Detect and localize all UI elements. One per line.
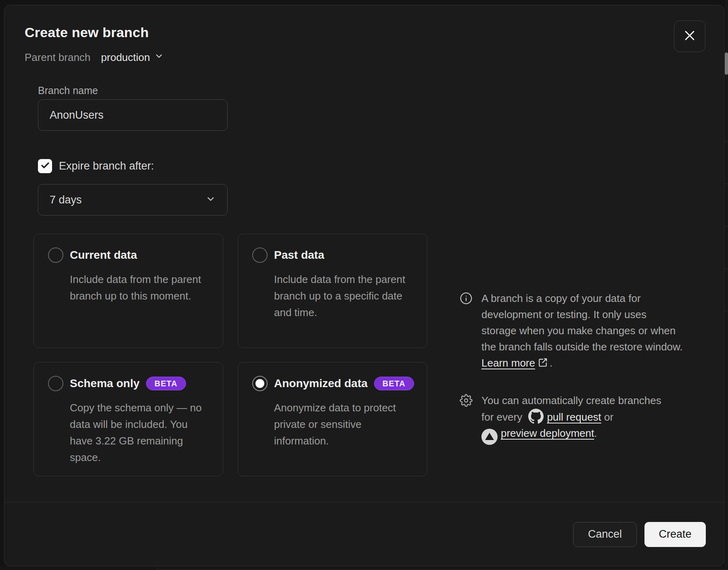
- expire-checkbox[interactable]: [38, 159, 52, 173]
- page-row-divider: [725, 184, 728, 184]
- option-title: Current data: [70, 249, 137, 262]
- branch-name-input[interactable]: [38, 99, 228, 131]
- radio-schema-only[interactable]: [48, 376, 63, 391]
- page-row-divider: [725, 268, 728, 269]
- external-link-icon: [538, 356, 548, 372]
- close-button[interactable]: [674, 21, 705, 52]
- parent-branch-label: Parent branch: [25, 51, 90, 64]
- dialog-footer: Cancel Create: [4, 502, 724, 566]
- option-title: Schema only: [70, 377, 140, 390]
- close-icon: [683, 29, 697, 44]
- option-card-past-data[interactable]: Past data Include data from the parent b…: [238, 234, 427, 348]
- branch-info-note: A branch is a copy of your data for deve…: [460, 290, 694, 372]
- learn-more-link[interactable]: Learn more: [481, 357, 535, 369]
- page-row-divider: [725, 311, 728, 311]
- expire-checkbox-label: Expire branch after:: [59, 160, 154, 172]
- beta-badge: BETA: [374, 377, 414, 390]
- automation-text-prefix: for every: [481, 411, 522, 423]
- gear-icon: [460, 392, 473, 445]
- info-panel: A branch is a copy of your data for deve…: [460, 290, 694, 445]
- page-table-border: [157, 567, 157, 570]
- chevron-down-icon: [205, 194, 216, 206]
- vercel-icon: [481, 429, 498, 445]
- page-table-border: [157, 569, 728, 570]
- option-description: Anonymize data to protect private or sen…: [274, 400, 415, 449]
- radio-anonymized-data[interactable]: [252, 376, 268, 391]
- expire-duration-select[interactable]: 7 days: [38, 184, 228, 216]
- data-option-cards: Current data Include data from the paren…: [33, 234, 427, 476]
- info-icon: [460, 290, 473, 372]
- pull-request-link[interactable]: pull request: [547, 411, 601, 423]
- option-card-schema-only[interactable]: Schema only BETA Copy the schema only — …: [33, 362, 223, 476]
- sentence-period: .: [594, 427, 597, 439]
- option-card-current-data[interactable]: Current data Include data from the paren…: [33, 234, 223, 348]
- option-title: Past data: [274, 249, 324, 262]
- parent-branch-select[interactable]: production: [101, 51, 163, 64]
- dialog-title: Create new branch: [25, 25, 149, 40]
- option-description: Include data from the parent branch up t…: [274, 271, 415, 321]
- preview-deployment-link[interactable]: preview deployment: [501, 427, 594, 439]
- radio-current-data[interactable]: [48, 247, 63, 263]
- expire-branch-row: Expire branch after:: [38, 159, 154, 173]
- cancel-button[interactable]: Cancel: [573, 522, 637, 547]
- parent-branch-value: production: [101, 51, 150, 64]
- branch-name-label: Branch name: [38, 85, 98, 96]
- create-branch-dialog: Create new branch Parent branch producti…: [4, 5, 724, 566]
- option-description: Copy the schema only — no data will be i…: [70, 400, 211, 466]
- check-icon: [40, 161, 50, 172]
- parent-branch-row: Parent branch production: [25, 51, 164, 64]
- automation-note: You can automatically create branches fo…: [460, 392, 694, 445]
- page-row-divider: [725, 226, 728, 226]
- sentence-period: .: [550, 357, 552, 369]
- beta-badge: BETA: [146, 377, 186, 390]
- chevron-down-icon: [154, 51, 164, 64]
- option-card-anonymized-data[interactable]: Anonymized data BETA Anonymize data to p…: [238, 362, 427, 476]
- branch-info-text: A branch is a copy of your data for deve…: [481, 292, 683, 353]
- automation-text-line1: You can automatically create branches: [481, 394, 661, 407]
- automation-text-or: or: [604, 411, 613, 423]
- page-scrollbar[interactable]: [725, 52, 728, 75]
- expire-duration-value: 7 days: [50, 194, 82, 206]
- option-title: Anonymized data: [274, 377, 368, 390]
- create-button[interactable]: Create: [644, 522, 706, 547]
- background-page-strip: [725, 0, 728, 570]
- background-page-bottom: [0, 567, 728, 570]
- option-description: Include data from the parent branch up t…: [70, 271, 211, 304]
- github-icon: [528, 409, 544, 424]
- radio-past-data[interactable]: [252, 247, 268, 263]
- page-row-divider: [725, 141, 728, 142]
